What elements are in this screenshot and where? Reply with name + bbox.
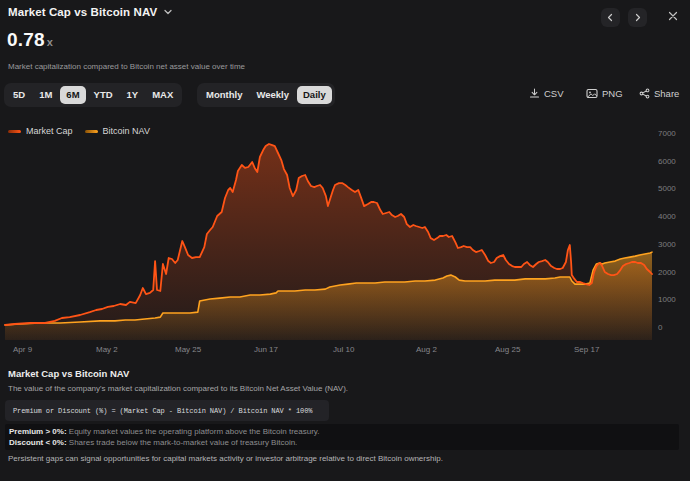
- download-csv-button[interactable]: CSV: [529, 88, 564, 99]
- download-icon: [529, 88, 540, 99]
- range-selector: 5D 1M 6M YTD 1Y MAX: [4, 83, 182, 107]
- definition-rows: Premium > 0%: Equity market values the o…: [5, 424, 679, 450]
- next-chart-button[interactable]: [628, 8, 647, 27]
- ratio-value: 0.78: [7, 29, 45, 51]
- x-axis-tick-label: Jul 10: [333, 345, 354, 354]
- y-axis-tick-label: 0: [658, 323, 662, 332]
- footer-heading: Market Cap vs Bitcoin NAV: [8, 368, 129, 379]
- formula-text: Premium or Discount (%) = (Market Cap - …: [13, 407, 312, 415]
- ratio-readout: 0.78 x: [7, 29, 53, 51]
- x-axis-tick-label: May 2: [96, 345, 118, 354]
- image-icon: [586, 88, 598, 99]
- chart-subtitle: Market capitalization compared to Bitcoi…: [8, 62, 245, 71]
- bitcoin-nav-swatch: [85, 130, 98, 133]
- frequency-button-daily[interactable]: Daily: [297, 86, 332, 104]
- chart-legend: Market Cap Bitcoin NAV: [8, 126, 150, 136]
- premium-term: Premium > 0%:: [9, 427, 67, 436]
- legend-item-market-cap: Market Cap: [8, 126, 73, 136]
- x-axis-tick-label: Sep 17: [574, 345, 599, 354]
- y-axis-tick-label: 3000: [658, 240, 676, 249]
- close-icon: [668, 11, 678, 21]
- discount-term: Discount < 0%:: [9, 438, 67, 447]
- share-icon: [639, 88, 650, 99]
- range-button-6m[interactable]: 6M: [60, 86, 85, 104]
- frequency-button-monthly[interactable]: Monthly: [200, 86, 248, 104]
- y-axis-tick-label: 1000: [658, 295, 676, 304]
- legend-label-bitcoin-nav: Bitcoin NAV: [103, 126, 150, 136]
- frequency-selector: Monthly Weekly Daily: [197, 83, 335, 107]
- chart-title-dropdown[interactable]: Market Cap vs Bitcoin NAV: [8, 6, 173, 18]
- range-button-5d[interactable]: 5D: [7, 86, 31, 104]
- x-axis-tick-label: Apr 9: [13, 345, 32, 354]
- ratio-suffix: x: [47, 36, 53, 48]
- share-label: Share: [654, 88, 679, 99]
- page-title: Market Cap vs Bitcoin NAV: [8, 6, 157, 18]
- legend-label-market-cap: Market Cap: [26, 126, 73, 136]
- chevron-down-icon: [163, 7, 173, 17]
- prev-chart-button[interactable]: [601, 8, 620, 27]
- range-button-1y[interactable]: 1Y: [121, 86, 145, 104]
- range-button-1m[interactable]: 1M: [33, 86, 58, 104]
- chevron-right-icon: [633, 13, 642, 22]
- footer-note: Persistent gaps can signal opportunities…: [8, 454, 443, 463]
- close-button[interactable]: [666, 9, 680, 23]
- y-axis-tick-label: 2000: [658, 268, 676, 277]
- share-button[interactable]: Share: [639, 88, 679, 99]
- download-png-label: PNG: [602, 88, 623, 99]
- premium-text: Equity market values the operating platf…: [67, 427, 320, 436]
- download-png-button[interactable]: PNG: [586, 88, 623, 99]
- frequency-button-weekly[interactable]: Weekly: [250, 86, 295, 104]
- market-cap-swatch: [8, 130, 21, 133]
- y-axis-tick-label: 5000: [658, 184, 676, 193]
- chart-area-fills: [5, 144, 652, 340]
- x-axis-tick-label: Aug 2: [416, 345, 437, 354]
- x-axis-tick-label: Jun 17: [254, 345, 278, 354]
- footer-description: The value of the company's market capita…: [8, 384, 348, 393]
- x-axis-tick-label: May 25: [175, 345, 201, 354]
- x-axis-tick-label: Aug 25: [495, 345, 520, 354]
- legend-item-bitcoin-nav: Bitcoin NAV: [85, 126, 150, 136]
- discount-definition: Discount < 0%: Shares trade below the ma…: [9, 437, 675, 448]
- range-button-ytd[interactable]: YTD: [88, 86, 119, 104]
- chevron-left-icon: [606, 13, 615, 22]
- download-csv-label: CSV: [544, 88, 564, 99]
- y-axis-tick-label: 6000: [658, 157, 676, 166]
- formula-block: Premium or Discount (%) = (Market Cap - …: [5, 400, 329, 421]
- discount-text: Shares trade below the mark-to-market va…: [67, 438, 298, 447]
- y-axis-tick-label: 4000: [658, 212, 676, 221]
- y-axis-tick-label: 7000: [658, 129, 676, 138]
- premium-definition: Premium > 0%: Equity market values the o…: [9, 426, 675, 437]
- range-button-max[interactable]: MAX: [146, 86, 179, 104]
